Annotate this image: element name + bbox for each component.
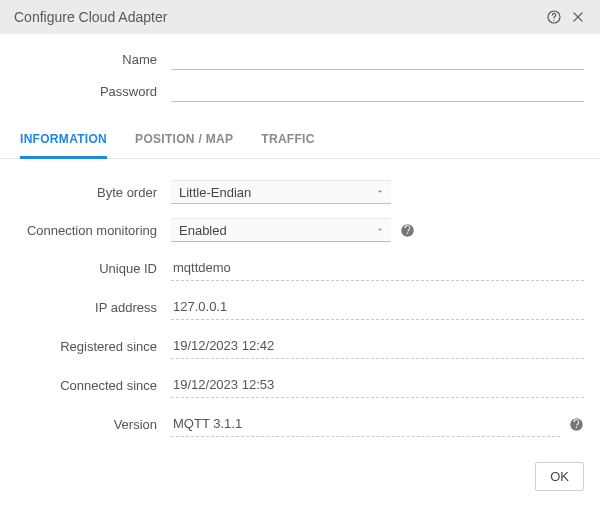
registered-value: 19/12/2023 12:42 xyxy=(171,334,584,359)
unique-id-label: Unique ID xyxy=(16,261,171,276)
top-form: Name Password xyxy=(0,34,600,120)
ip-value: 127.0.0.1 xyxy=(171,295,584,320)
ok-button[interactable]: OK xyxy=(535,462,584,491)
titlebar: Configure Cloud Adapter xyxy=(0,0,600,34)
byte-order-value: Little-Endian xyxy=(179,185,251,200)
dialog: Configure Cloud Adapter Name Password xyxy=(0,0,600,505)
dialog-title: Configure Cloud Adapter xyxy=(14,9,542,25)
version-value: MQTT 3.1.1 xyxy=(171,412,560,437)
name-input[interactable] xyxy=(171,48,584,70)
help-icon[interactable] xyxy=(542,5,566,29)
registered-label: Registered since xyxy=(16,339,171,354)
conn-mon-value: Enabled xyxy=(179,223,227,238)
svg-point-1 xyxy=(553,20,554,21)
unique-id-value: mqttdemo xyxy=(171,256,584,281)
chevron-down-icon xyxy=(375,185,385,200)
version-label: Version xyxy=(16,417,171,432)
byte-order-select[interactable]: Little-Endian xyxy=(171,180,391,204)
tabs: INFORMATION POSITION / MAP TRAFFIC xyxy=(0,122,600,159)
byte-order-label: Byte order xyxy=(16,185,171,200)
name-label: Name xyxy=(16,52,171,67)
password-label: Password xyxy=(16,84,171,99)
conn-mon-help-icon[interactable] xyxy=(399,222,415,238)
close-icon[interactable] xyxy=(566,5,590,29)
svg-point-5 xyxy=(570,418,583,431)
ip-label: IP address xyxy=(16,300,171,315)
conn-mon-select[interactable]: Enabled xyxy=(171,218,391,242)
info-panel: Byte order Little-Endian Connection moni… xyxy=(0,159,600,452)
tab-information[interactable]: INFORMATION xyxy=(20,122,107,159)
svg-point-4 xyxy=(401,224,414,237)
connected-value: 19/12/2023 12:53 xyxy=(171,373,584,398)
password-input[interactable] xyxy=(171,80,584,102)
tab-position-map[interactable]: POSITION / MAP xyxy=(135,122,233,159)
connected-label: Connected since xyxy=(16,378,171,393)
footer: OK xyxy=(0,452,600,505)
conn-mon-label: Connection monitoring xyxy=(16,223,171,238)
chevron-down-icon xyxy=(375,223,385,238)
tab-traffic[interactable]: TRAFFIC xyxy=(261,122,314,159)
version-help-icon[interactable] xyxy=(568,417,584,433)
